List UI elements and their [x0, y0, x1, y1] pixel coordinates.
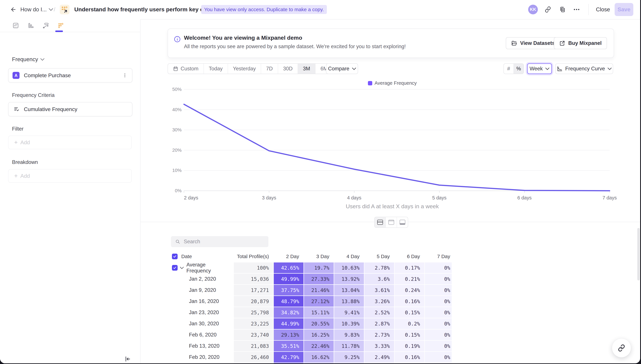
- value-cell[interactable]: 0.17%: [395, 262, 424, 273]
- value-cell[interactable]: 9.25%: [334, 352, 364, 362]
- chart-view-button[interactable]: [386, 217, 397, 228]
- percent-toggle[interactable]: %: [514, 64, 523, 74]
- value-cell[interactable]: 35.51%: [274, 341, 303, 351]
- range-yesterday[interactable]: Yesterday: [228, 64, 261, 74]
- range-7d[interactable]: 7D: [261, 64, 278, 74]
- value-cell[interactable]: 48.79%: [274, 296, 303, 307]
- duplicate-button[interactable]: [557, 0, 567, 19]
- value-cell[interactable]: 0.16%: [395, 352, 424, 362]
- value-cell[interactable]: 9.41%: [334, 307, 364, 318]
- value-cell[interactable]: 16.62%: [304, 352, 334, 362]
- value-cell[interactable]: 0%: [425, 341, 452, 351]
- column-header[interactable]: 4 Day: [334, 253, 364, 260]
- collapse-sidebar-button[interactable]: [122, 354, 133, 363]
- scrollbar-thumb[interactable]: [637, 228, 640, 280]
- event-kebab-button[interactable]: [118, 73, 132, 78]
- range-30d[interactable]: 30D: [278, 64, 298, 74]
- event-card[interactable]: A Complete Purchase: [8, 68, 132, 82]
- frequency-curve-chart[interactable]: 0%10%20%30%40%50%2 days3 days4 days5 day…: [170, 83, 621, 203]
- value-cell[interactable]: 44.99%: [274, 318, 303, 329]
- chart-type-dropdown[interactable]: Frequency Curve: [555, 63, 613, 74]
- value-cell[interactable]: 0.21%: [395, 274, 424, 284]
- value-cell[interactable]: 29.13%: [274, 330, 303, 340]
- buy-mixpanel-button[interactable]: Buy Mixpanel: [554, 37, 607, 49]
- range-today[interactable]: Today: [204, 64, 228, 74]
- range-3m[interactable]: 3M: [298, 64, 315, 74]
- table-view-button[interactable]: [397, 217, 408, 228]
- value-cell[interactable]: 16.25%: [304, 330, 334, 340]
- tab-retention-frequency[interactable]: [56, 20, 66, 30]
- value-cell[interactable]: 13.88%: [334, 296, 364, 307]
- value-cell[interactable]: 27.33%: [304, 274, 334, 284]
- value-cell[interactable]: 11.78%: [334, 341, 364, 351]
- view-datasets-button[interactable]: View Datasets: [506, 37, 560, 49]
- column-header[interactable]: 2 Day: [274, 253, 303, 260]
- column-header[interactable]: 5 Day: [364, 253, 394, 260]
- avatar[interactable]: KK: [528, 0, 538, 19]
- value-cell[interactable]: 3.6%: [364, 274, 394, 284]
- value-cell[interactable]: 2.52%: [364, 307, 394, 318]
- compare-button[interactable]: Compare: [326, 63, 358, 74]
- value-cell[interactable]: 10.39%: [334, 318, 364, 329]
- value-cell[interactable]: 22.46%: [304, 341, 334, 351]
- value-cell[interactable]: 0.15%: [395, 330, 424, 340]
- interval-dropdown[interactable]: Week: [527, 63, 552, 74]
- value-cell[interactable]: 2.87%: [364, 318, 394, 329]
- value-cell[interactable]: 42.79%: [274, 352, 303, 362]
- range-custom[interactable]: Custom: [168, 64, 204, 74]
- criteria-card[interactable]: Cumulative Frequency: [8, 102, 132, 116]
- value-cell[interactable]: 0%: [425, 285, 452, 296]
- value-cell[interactable]: 21.46%: [304, 285, 334, 296]
- value-cell[interactable]: 2.49%: [364, 352, 394, 362]
- value-cell[interactable]: 0%: [425, 274, 452, 284]
- column-header[interactable]: 3 Day: [304, 253, 334, 260]
- tab-insights[interactable]: [11, 20, 21, 30]
- value-cell[interactable]: 13.04%: [334, 285, 364, 296]
- row-checkbox[interactable]: [172, 265, 178, 270]
- value-cell[interactable]: 0.19%: [395, 341, 424, 351]
- column-header[interactable]: 7 Day: [425, 253, 452, 260]
- value-cell[interactable]: 9.83%: [334, 330, 364, 340]
- value-cell[interactable]: 34.82%: [274, 307, 303, 318]
- table-search[interactable]: [171, 236, 268, 247]
- value-cell[interactable]: 0.2%: [395, 318, 424, 329]
- search-input[interactable]: [183, 238, 264, 245]
- back-button[interactable]: [9, 0, 18, 19]
- more-options-button[interactable]: [571, 0, 581, 19]
- frequency-section-header[interactable]: Frequency: [12, 56, 44, 62]
- value-cell[interactable]: 20.55%: [304, 318, 334, 329]
- value-cell[interactable]: 0%: [425, 307, 452, 318]
- value-cell[interactable]: 37.75%: [274, 285, 303, 296]
- value-cell[interactable]: 15.11%: [304, 307, 334, 318]
- value-cell[interactable]: 0%: [425, 352, 452, 362]
- absolute-numbers-toggle[interactable]: #: [504, 64, 514, 74]
- value-cell[interactable]: 0%: [425, 318, 452, 329]
- value-cell[interactable]: 0%: [425, 262, 452, 273]
- value-cell[interactable]: 49.99%: [274, 274, 303, 284]
- value-cell[interactable]: 13.92%: [334, 274, 364, 284]
- column-header[interactable]: Total Profile(s): [234, 253, 273, 260]
- tab-flows[interactable]: [41, 20, 51, 30]
- value-cell[interactable]: 27.12%: [304, 296, 334, 307]
- value-cell[interactable]: 3.26%: [364, 296, 394, 307]
- breadcrumb[interactable]: How do I...: [20, 0, 53, 19]
- value-cell[interactable]: 42.65%: [274, 262, 303, 273]
- close-button[interactable]: Close: [596, 0, 610, 19]
- copy-link-button[interactable]: [543, 0, 553, 19]
- tab-funnels[interactable]: [26, 20, 36, 30]
- value-cell[interactable]: 10.63%: [334, 262, 364, 273]
- breakdown-add-button[interactable]: + Add: [8, 169, 132, 183]
- split-view-button[interactable]: [375, 217, 386, 228]
- share-link-fab[interactable]: [612, 339, 631, 357]
- value-cell[interactable]: 2.78%: [364, 262, 394, 273]
- value-cell[interactable]: 0%: [425, 296, 452, 307]
- filter-add-button[interactable]: + Add: [8, 136, 132, 149]
- value-cell[interactable]: 0%: [425, 330, 452, 340]
- view-only-badge[interactable]: You have view only access. Duplicate to …: [201, 0, 327, 19]
- value-cell[interactable]: 0.24%: [395, 285, 424, 296]
- value-cell[interactable]: 0.16%: [395, 296, 424, 307]
- value-cell[interactable]: 3.33%: [364, 341, 394, 351]
- value-cell[interactable]: 0.15%: [395, 307, 424, 318]
- value-cell[interactable]: 2.73%: [364, 330, 394, 340]
- value-cell[interactable]: 19.7%: [304, 262, 334, 273]
